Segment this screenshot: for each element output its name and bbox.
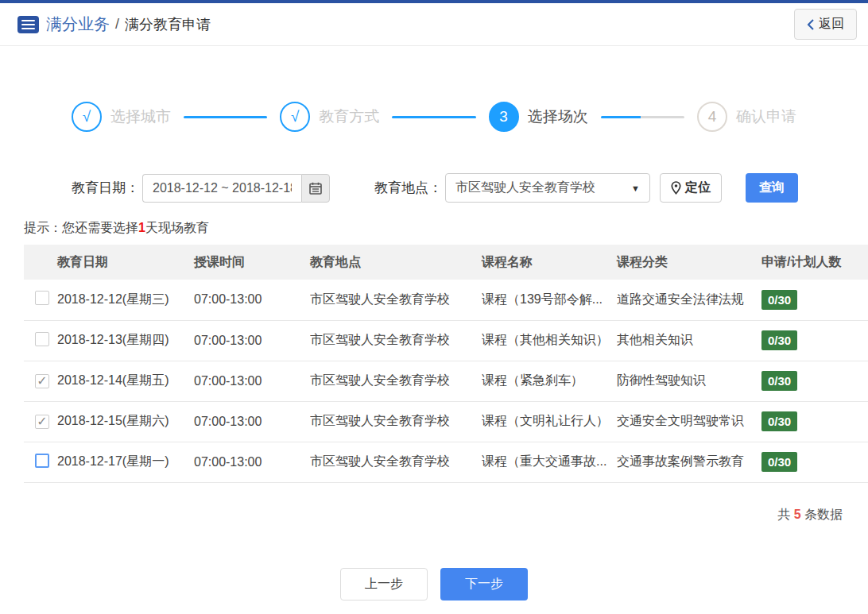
- date-range-input[interactable]: [142, 174, 301, 203]
- step-1-circle: √: [72, 102, 102, 132]
- cell-course: 课程（其他相关知识）: [482, 320, 617, 361]
- chevron-down-icon: ▼: [631, 183, 640, 193]
- cell-course: 课程（文明礼让行人）: [482, 401, 617, 442]
- breadcrumb-module[interactable]: 满分业务: [46, 14, 110, 35]
- step-2-circle: √: [280, 102, 310, 132]
- cell-course: 课程（139号部令解...: [482, 280, 617, 320]
- step-4-circle: 4: [697, 102, 727, 132]
- quota-badge: 0/30: [761, 452, 797, 472]
- col-quota: 申请/计划人数: [761, 245, 868, 280]
- col-course: 课程名称: [482, 245, 617, 280]
- search-button[interactable]: 查询: [746, 173, 798, 203]
- step-3-circle: 3: [489, 102, 519, 132]
- step-education-mode: √ 教育方式: [280, 102, 379, 132]
- cell-date: 2018-12-12(星期三): [57, 280, 194, 320]
- filter-bar: 教育日期： 教育地点： 市区驾驶人安全教育学校 ▼ 定位 查询: [72, 173, 868, 203]
- list-icon: [17, 16, 39, 33]
- col-location: 教育地点: [310, 245, 482, 280]
- cell-time: 07:00-13:00: [194, 361, 310, 401]
- wizard-footer: 上一步 下一步: [0, 568, 868, 600]
- step-connector: [184, 116, 267, 118]
- location-label: 教育地点：: [374, 179, 442, 197]
- quota-badge: 0/30: [761, 371, 797, 391]
- step-confirm-application: 4 确认申请: [697, 102, 796, 132]
- selection-hint: 提示：您还需要选择1天现场教育: [24, 220, 868, 237]
- cell-date: 2018-12-17(星期一): [57, 442, 194, 482]
- page-title: 满分教育申请: [125, 15, 211, 34]
- record-count-number: 5: [794, 508, 801, 521]
- step-3-label: 选择场次: [528, 106, 588, 127]
- table-row: 2018-12-13(星期四) 07:00-13:00 市区驾驶人安全教育学校 …: [24, 320, 868, 361]
- step-4-label: 确认申请: [736, 106, 796, 127]
- breadcrumb-separator: /: [115, 16, 119, 33]
- location-select[interactable]: 市区驾驶人安全教育学校 ▼: [445, 173, 650, 203]
- cell-date: 2018-12-15(星期六): [57, 401, 194, 442]
- cell-time: 07:00-13:00: [194, 320, 310, 361]
- cell-time: 07:00-13:00: [194, 442, 310, 482]
- step-select-city: √ 选择城市: [72, 102, 171, 132]
- table-header-row: 教育日期 授课时间 教育地点 课程名称 课程分类 申请/计划人数: [24, 245, 868, 280]
- table-row: 2018-12-17(星期一) 07:00-13:00 市区驾驶人安全教育学校 …: [24, 442, 868, 482]
- cell-category: 其他相关知识: [617, 320, 761, 361]
- chevron-left-icon: [807, 19, 814, 30]
- cell-category: 道路交通安全法律法规: [617, 280, 761, 320]
- cell-course: 课程（重大交通事故...: [482, 442, 617, 482]
- cell-category: 交通事故案例警示教育: [617, 442, 761, 482]
- quota-badge: 0/30: [761, 411, 797, 431]
- table-row: 2018-12-12(星期三) 07:00-13:00 市区驾驶人安全教育学校 …: [24, 280, 868, 320]
- cell-course: 课程（紧急刹车）: [482, 361, 617, 401]
- locate-button-label: 定位: [685, 180, 711, 196]
- location-select-value: 市区驾驶人安全教育学校: [455, 180, 595, 196]
- step-connector: [601, 116, 684, 118]
- step-select-session: 3 选择场次: [489, 102, 588, 132]
- step-connector: [392, 116, 475, 118]
- row-checkbox[interactable]: [35, 332, 49, 346]
- cell-category: 交通安全文明驾驶常识: [617, 401, 761, 442]
- date-range-group: [142, 174, 330, 203]
- back-button[interactable]: 返回: [794, 9, 857, 40]
- back-button-label: 返回: [819, 16, 844, 33]
- cell-location: 市区驾驶人安全教育学校: [310, 442, 482, 482]
- wizard-stepper: √ 选择城市 √ 教育方式 3 选择场次 4 确认申请: [72, 102, 796, 132]
- locate-button[interactable]: 定位: [660, 173, 722, 203]
- page-header: 满分业务 / 满分教育申请 返回: [0, 3, 868, 46]
- row-checkbox[interactable]: [35, 291, 49, 305]
- col-category: 课程分类: [617, 245, 761, 280]
- step-1-label: 选择城市: [110, 106, 171, 127]
- cell-date: 2018-12-13(星期四): [57, 320, 194, 361]
- date-range-label: 教育日期：: [72, 179, 139, 197]
- row-checkbox[interactable]: ✓: [35, 374, 49, 388]
- col-time: 授课时间: [194, 245, 310, 280]
- session-table: 教育日期 授课时间 教育地点 课程名称 课程分类 申请/计划人数 2018-12…: [24, 245, 868, 483]
- calendar-icon[interactable]: [301, 174, 330, 203]
- col-date: 教育日期: [57, 245, 194, 280]
- cell-category: 防御性驾驶知识: [617, 361, 761, 401]
- record-count: 共 5 条数据: [0, 507, 843, 523]
- col-checkbox: [24, 245, 57, 280]
- quota-badge: 0/30: [761, 290, 797, 310]
- cell-location: 市区驾驶人安全教育学校: [310, 280, 482, 320]
- step-2-label: 教育方式: [319, 106, 379, 127]
- cell-location: 市区驾驶人安全教育学校: [310, 361, 482, 401]
- cell-time: 07:00-13:00: [194, 280, 310, 320]
- cell-date: 2018-12-14(星期五): [57, 361, 194, 401]
- quota-badge: 0/30: [761, 330, 797, 350]
- map-pin-icon: [671, 181, 681, 195]
- row-checkbox[interactable]: ✓: [35, 415, 49, 429]
- hint-days-remaining: 1: [138, 221, 145, 234]
- previous-step-button[interactable]: 上一步: [340, 568, 428, 600]
- next-step-button[interactable]: 下一步: [440, 568, 528, 600]
- row-checkbox[interactable]: [35, 454, 49, 468]
- table-row: ✓ 2018-12-15(星期六) 07:00-13:00 市区驾驶人安全教育学…: [24, 401, 868, 442]
- cell-location: 市区驾驶人安全教育学校: [310, 320, 482, 361]
- cell-location: 市区驾驶人安全教育学校: [310, 401, 482, 442]
- table-row: ✓ 2018-12-14(星期五) 07:00-13:00 市区驾驶人安全教育学…: [24, 361, 868, 401]
- cell-time: 07:00-13:00: [194, 401, 310, 442]
